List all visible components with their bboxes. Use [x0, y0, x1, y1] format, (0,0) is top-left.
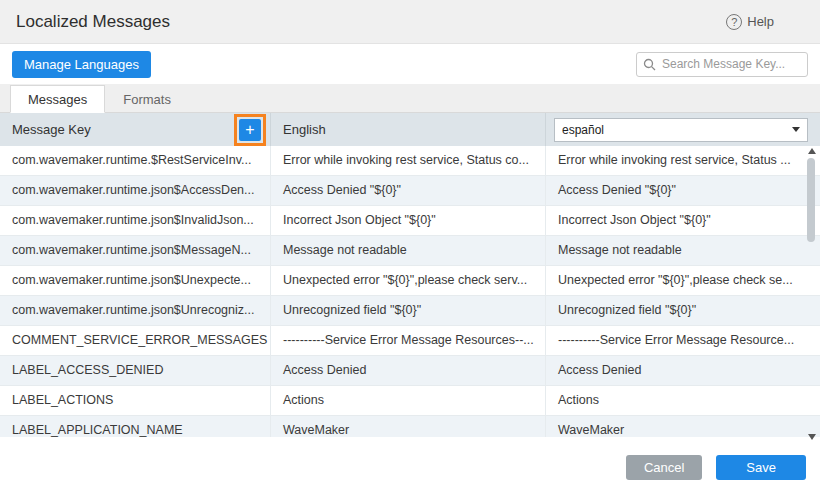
table-row[interactable]: com.wavemaker.runtime.json$AccessDen... …	[0, 176, 820, 206]
table-header: Message Key + English español	[0, 113, 820, 146]
cell-translation[interactable]: Actions	[545, 386, 820, 415]
column-message-key: Message Key +	[0, 113, 270, 146]
language-select-value: español	[562, 123, 604, 137]
help-link[interactable]: ? Help	[726, 14, 774, 30]
help-label: Help	[747, 14, 774, 29]
table-row[interactable]: LABEL_APPLICATION_NAME WaveMaker WaveMak…	[0, 416, 820, 437]
table-row[interactable]: LABEL_ACTIONS Actions Actions	[0, 386, 820, 416]
table-body: com.wavemaker.runtime.$RestServiceInv...…	[0, 146, 820, 437]
cancel-button[interactable]: Cancel	[626, 455, 702, 480]
cell-message-key[interactable]: COMMENT_SERVICE_ERROR_MESSAGES	[0, 326, 270, 355]
cell-translation[interactable]: Unexpected error "${0}",please check se.…	[545, 266, 820, 295]
column-message-key-label: Message Key	[12, 122, 91, 137]
cell-translation[interactable]: Incorrect Json Object "${0}"	[545, 206, 820, 235]
cell-translation[interactable]: WaveMaker	[545, 416, 820, 437]
table-row[interactable]: com.wavemaker.runtime.json$Unexpecte... …	[0, 266, 820, 296]
cell-english[interactable]: Unrecognized field "${0}"	[270, 296, 545, 325]
cell-message-key[interactable]: com.wavemaker.runtime.$RestServiceInv...	[0, 146, 270, 175]
localized-messages-dialog: Localized Messages ? Help Manage Languag…	[0, 0, 820, 490]
cell-translation[interactable]: Unrecognized field "${0}"	[545, 296, 820, 325]
scrollbar-thumb[interactable]	[807, 158, 815, 242]
cell-message-key[interactable]: com.wavemaker.runtime.json$MessageN...	[0, 236, 270, 265]
column-english-label: English	[283, 122, 326, 137]
add-message-button[interactable]: +	[239, 119, 261, 141]
search-icon	[643, 58, 656, 71]
vertical-scrollbar[interactable]	[806, 146, 818, 442]
tab-formats[interactable]: Formats	[105, 85, 189, 113]
cell-message-key[interactable]: LABEL_APPLICATION_NAME	[0, 416, 270, 437]
search-input[interactable]	[636, 52, 808, 77]
cell-english[interactable]: Unexpected error "${0}",please check ser…	[270, 266, 545, 295]
cell-translation[interactable]: ----------Service Error Message Resource…	[545, 326, 820, 355]
table-row[interactable]: COMMENT_SERVICE_ERROR_MESSAGES ---------…	[0, 326, 820, 356]
language-select[interactable]: español	[554, 118, 808, 142]
chevron-down-icon	[792, 127, 800, 132]
cell-message-key[interactable]: com.wavemaker.runtime.json$AccessDen...	[0, 176, 270, 205]
table-row[interactable]: com.wavemaker.runtime.$RestServiceInv...…	[0, 146, 820, 176]
cell-english[interactable]: WaveMaker	[270, 416, 545, 437]
column-language: español	[545, 113, 820, 146]
cell-message-key[interactable]: com.wavemaker.runtime.json$Unrecogniz...	[0, 296, 270, 325]
cell-message-key[interactable]: com.wavemaker.runtime.json$Unexpecte...	[0, 266, 270, 295]
dialog-header: Localized Messages ? Help	[0, 0, 820, 44]
table-row[interactable]: LABEL_ACCESS_DENIED Access Denied Access…	[0, 356, 820, 386]
toolbar: Manage Languages	[0, 44, 820, 84]
scroll-down-icon[interactable]	[808, 434, 816, 440]
save-button[interactable]: Save	[716, 455, 806, 480]
cell-translation[interactable]: Message not readable	[545, 236, 820, 265]
search-box	[636, 52, 808, 77]
cell-english[interactable]: Access Denied "${0}"	[270, 176, 545, 205]
cell-english[interactable]: Access Denied	[270, 356, 545, 385]
manage-languages-button[interactable]: Manage Languages	[12, 51, 151, 78]
column-english: English	[270, 113, 545, 146]
table-row[interactable]: com.wavemaker.runtime.json$Unrecogniz...…	[0, 296, 820, 326]
cell-english[interactable]: ----------Service Error Message Resource…	[270, 326, 545, 355]
table-row[interactable]: com.wavemaker.runtime.json$InvalidJson..…	[0, 206, 820, 236]
dialog-footer: Cancel Save	[0, 444, 820, 490]
add-message-highlight: +	[234, 114, 266, 146]
cell-translation[interactable]: Error while invoking rest service, Statu…	[545, 146, 820, 175]
cell-message-key[interactable]: com.wavemaker.runtime.json$InvalidJson..…	[0, 206, 270, 235]
page-title: Localized Messages	[16, 12, 170, 32]
cell-english[interactable]: Incorrect Json Object "${0}"	[270, 206, 545, 235]
help-icon: ?	[726, 14, 742, 30]
cell-english[interactable]: Error while invoking rest service, Statu…	[270, 146, 545, 175]
cell-english[interactable]: Message not readable	[270, 236, 545, 265]
cell-message-key[interactable]: LABEL_ACCESS_DENIED	[0, 356, 270, 385]
cell-translation[interactable]: Access Denied "${0}"	[545, 176, 820, 205]
tab-bar: Messages Formats	[0, 84, 820, 113]
cell-message-key[interactable]: LABEL_ACTIONS	[0, 386, 270, 415]
scroll-up-icon[interactable]	[808, 148, 816, 154]
cell-english[interactable]: Actions	[270, 386, 545, 415]
tab-messages[interactable]: Messages	[10, 85, 105, 113]
cell-translation[interactable]: Access Denied	[545, 356, 820, 385]
table-row[interactable]: com.wavemaker.runtime.json$MessageN... M…	[0, 236, 820, 266]
